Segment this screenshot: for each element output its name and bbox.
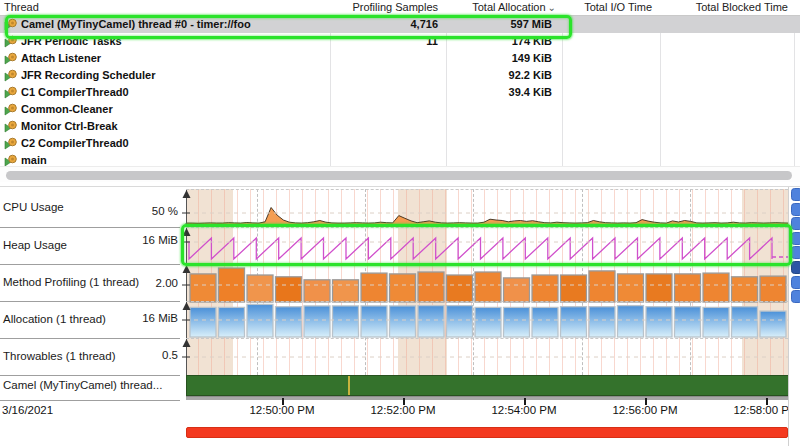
axis-scale-value: 16 MiB	[0, 312, 178, 324]
timeline-row-header[interactable]: CPU Usage50 %	[0, 189, 186, 227]
table-horizontal-scrollbar[interactable]	[6, 171, 792, 180]
profiler-window: Thread Profiling Samples Total Allocatio…	[0, 0, 800, 446]
timeline-row-header[interactable]: Camel (MyTinyCamel) thread...	[0, 375, 186, 396]
table-row[interactable]: main	[0, 152, 800, 166]
sort-descending-icon: ⌄	[548, 2, 556, 13]
timeline-row-label: Camel (MyTinyCamel) thread...	[3, 379, 162, 391]
axis-scale-value: 2.00	[0, 277, 178, 289]
column-header-profiling-samples[interactable]: Profiling Samples	[332, 0, 444, 16]
table-row[interactable]: Attach Listener149 KiB	[0, 50, 800, 67]
thread-name: Camel (MyTinyCamel) thread #0 - timer://…	[21, 16, 251, 33]
table-header: Thread Profiling Samples Total Allocatio…	[0, 0, 800, 16]
total-allocation-cell: 149 KiB	[448, 50, 556, 67]
row-visibility-icon[interactable]	[791, 261, 800, 274]
right-icon-strip	[788, 187, 800, 446]
column-header-total-allocation[interactable]: Total Allocation⌄	[448, 0, 558, 16]
table-row[interactable]: C2 CompilerThread0	[0, 135, 800, 152]
thread-name: Attach Listener	[21, 50, 101, 67]
column-header-total-io-time[interactable]: Total I/O Time	[566, 0, 656, 16]
time-tick-label: 12:52:00 PM	[358, 404, 448, 416]
method-profiling-chart[interactable]	[186, 264, 788, 301]
column-header-total-blocked-time[interactable]: Total Blocked Time	[662, 0, 792, 16]
time-tick-label: 12:50:00 PM	[237, 404, 327, 416]
total-allocation-cell: 174 KiB	[448, 33, 556, 50]
axis-scale-value: 0.5	[0, 349, 178, 361]
row-visibility-icon[interactable]	[791, 246, 800, 259]
axis-scale-value: 16 MiB	[0, 234, 178, 246]
thread-icon	[4, 69, 18, 82]
timeline-scrollbar[interactable]	[186, 427, 788, 438]
allocation-chart[interactable]	[186, 301, 788, 338]
thread-icon	[4, 120, 18, 133]
timeline-row-header[interactable]: Allocation (1 thread)16 MiB	[0, 301, 186, 338]
timeline-row-header[interactable]: Method Profiling (1 thread)2.00	[0, 264, 186, 301]
total-allocation-cell: 597 MiB	[448, 16, 556, 33]
thread-activity-bar[interactable]	[186, 375, 795, 396]
row-separator	[0, 227, 180, 228]
table-row[interactable]: JFR Periodic Tasks11174 KiB	[0, 33, 800, 50]
table-row[interactable]: Camel (MyTinyCamel) thread #0 - timer://…	[0, 16, 800, 33]
heap-usage-chart[interactable]	[186, 227, 788, 264]
row-visibility-icon[interactable]	[791, 276, 800, 289]
cpu-usage-chart[interactable]	[186, 189, 788, 227]
table-row[interactable]: Monitor Ctrl-Break	[0, 118, 800, 135]
threads-table: Thread Profiling Samples Total Allocatio…	[0, 0, 800, 182]
thread-icon	[4, 86, 18, 99]
thread-name: C1 CompilerThread0	[21, 84, 129, 101]
timeline-row-header[interactable]: Throwables (1 thread)0.5	[0, 338, 186, 375]
row-visibility-icon[interactable]	[791, 188, 800, 201]
thread-name: C2 CompilerThread0	[21, 135, 129, 152]
row-separator	[0, 338, 180, 339]
row-visibility-icon[interactable]	[791, 203, 800, 216]
row-separator	[0, 264, 180, 265]
time-tick-label: 12:56:00 PM	[600, 404, 690, 416]
timeline-panel: CPU Usage50 %Heap Usage16 MiBMethod Prof…	[0, 186, 800, 446]
thread-icon	[4, 35, 18, 48]
thread-icon	[4, 52, 18, 65]
throwables-chart[interactable]	[186, 338, 788, 375]
row-separator	[0, 301, 180, 302]
event-marker-line	[348, 376, 350, 395]
thread-name: JFR Periodic Tasks	[21, 33, 122, 50]
thread-icon	[4, 154, 18, 166]
thread-icon	[4, 137, 18, 150]
thread-icon	[4, 103, 18, 116]
table-body: Camel (MyTinyCamel) thread #0 - timer://…	[0, 0, 800, 166]
timeline-row-header[interactable]: Heap Usage16 MiB	[0, 227, 186, 264]
thread-name: JFR Recording Scheduler	[21, 67, 155, 84]
row-separator	[0, 400, 180, 401]
time-tick-label: 12:54:00 PM	[479, 404, 569, 416]
time-axis-ruler	[186, 396, 800, 400]
time-axis: 3/16/2021 12:50:00 PM12:52:00 PM12:54:00…	[0, 404, 800, 420]
row-visibility-icon[interactable]	[791, 232, 800, 245]
row-visibility-icon[interactable]	[791, 290, 800, 303]
table-row[interactable]: JFR Recording Scheduler92.2 KiB	[0, 67, 800, 84]
profiling-samples-cell: 4,716	[332, 16, 444, 33]
column-header-thread[interactable]: Thread	[4, 0, 39, 16]
thread-name: Common-Cleaner	[21, 101, 113, 118]
total-allocation-cell: 39.4 KiB	[448, 84, 556, 101]
thread-name: Monitor Ctrl-Break	[21, 118, 118, 135]
total-allocation-cell: 92.2 KiB	[448, 67, 556, 84]
date-label: 3/16/2021	[2, 404, 53, 416]
thread-name: main	[21, 152, 47, 166]
axis-scale-value: 50 %	[0, 205, 178, 217]
row-separator	[0, 375, 180, 376]
table-row[interactable]: C1 CompilerThread039.4 KiB	[0, 84, 800, 101]
table-scrollbar-track	[0, 166, 800, 182]
thread-icon	[4, 18, 18, 31]
row-visibility-icon[interactable]	[791, 217, 800, 230]
column-header-label: Total Allocation	[472, 1, 545, 13]
profiling-samples-cell: 11	[332, 33, 444, 50]
table-row[interactable]: Common-Cleaner	[0, 101, 800, 118]
